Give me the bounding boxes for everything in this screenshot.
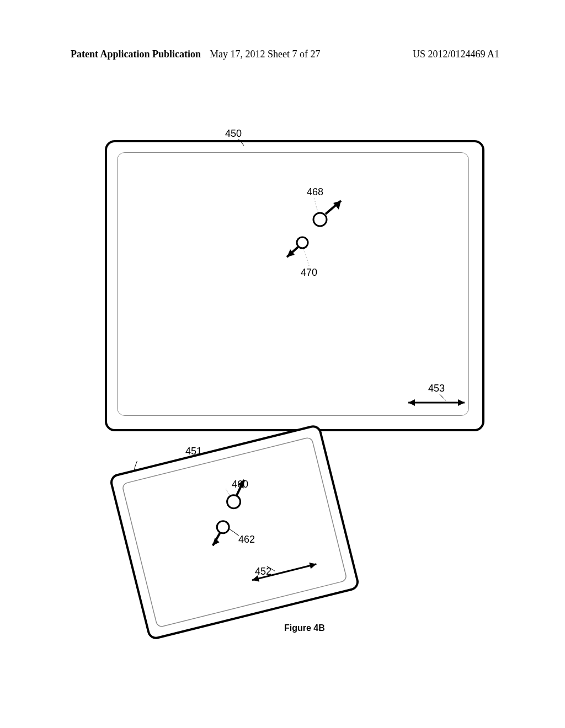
page-header: Patent Application Publication May 17, 2… bbox=[0, 49, 565, 65]
svg-point-11 bbox=[226, 494, 242, 510]
label-450: 450 bbox=[225, 128, 242, 140]
label-468: 468 bbox=[307, 186, 323, 198]
figure-caption: Figure 4B bbox=[284, 623, 325, 633]
label-460: 460 bbox=[232, 479, 248, 490]
svg-marker-19 bbox=[309, 561, 317, 569]
header-date-sheet: May 17, 2012 Sheet 7 of 27 bbox=[210, 49, 320, 60]
header-pub-number: US 2012/0124469 A1 bbox=[413, 49, 499, 60]
label-453: 453 bbox=[428, 383, 445, 394]
svg-marker-16 bbox=[211, 537, 220, 545]
upper-device-screen bbox=[117, 152, 469, 416]
svg-rect-10 bbox=[122, 437, 347, 628]
svg-rect-9 bbox=[110, 425, 359, 639]
svg-point-14 bbox=[216, 520, 231, 534]
label-470: 470 bbox=[301, 267, 317, 279]
svg-line-15 bbox=[210, 533, 222, 545]
label-462: 462 bbox=[238, 534, 255, 545]
header-title: Patent Application Publication bbox=[71, 49, 201, 60]
label-451: 451 bbox=[185, 446, 202, 457]
label-452: 452 bbox=[255, 566, 271, 577]
